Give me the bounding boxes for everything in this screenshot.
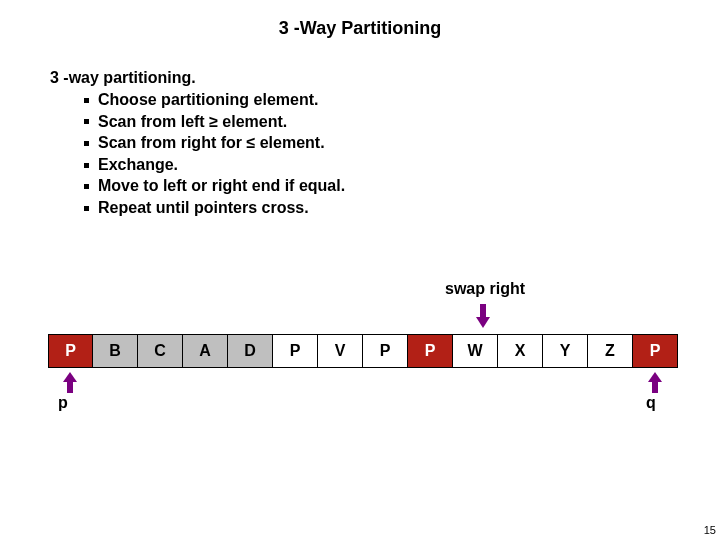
down-arrow-icon bbox=[476, 304, 490, 328]
array-cells: P B C A D P V P P W X Y Z P bbox=[48, 334, 678, 368]
array-cell: P bbox=[363, 334, 408, 368]
bullet-list: Choose partitioning element. Scan from l… bbox=[50, 89, 720, 219]
array-cell: P bbox=[633, 334, 678, 368]
section-heading: 3 -way partitioning. bbox=[50, 69, 720, 87]
content-block: 3 -way partitioning. Choose partitioning… bbox=[0, 39, 720, 219]
array-cell: P bbox=[48, 334, 93, 368]
up-arrow-icon bbox=[648, 372, 662, 394]
array-cell: A bbox=[183, 334, 228, 368]
array-cell: C bbox=[138, 334, 183, 368]
array-cell: Z bbox=[588, 334, 633, 368]
bullet-item: Exchange. bbox=[84, 154, 720, 176]
array-cell: X bbox=[498, 334, 543, 368]
array-cell: B bbox=[93, 334, 138, 368]
page-number: 15 bbox=[704, 524, 716, 536]
swap-label: swap right bbox=[445, 280, 525, 298]
array-cell: P bbox=[273, 334, 318, 368]
bullet-item: Move to left or right end if equal. bbox=[84, 175, 720, 197]
pointer-q-label: q bbox=[646, 394, 656, 412]
page-title: 3 -Way Partitioning bbox=[0, 0, 720, 39]
bullet-item: Choose partitioning element. bbox=[84, 89, 720, 111]
array-cell: W bbox=[453, 334, 498, 368]
array-cell: Y bbox=[543, 334, 588, 368]
bullet-item: Repeat until pointers cross. bbox=[84, 197, 720, 219]
bullet-item: Scan from left ≥ element. bbox=[84, 111, 720, 133]
array-cell: D bbox=[228, 334, 273, 368]
bullet-item: Scan from right for ≤ element. bbox=[84, 132, 720, 154]
up-arrow-icon bbox=[63, 372, 77, 394]
array-cell: V bbox=[318, 334, 363, 368]
pointer-p-label: p bbox=[58, 394, 68, 412]
array-cell: P bbox=[408, 334, 453, 368]
